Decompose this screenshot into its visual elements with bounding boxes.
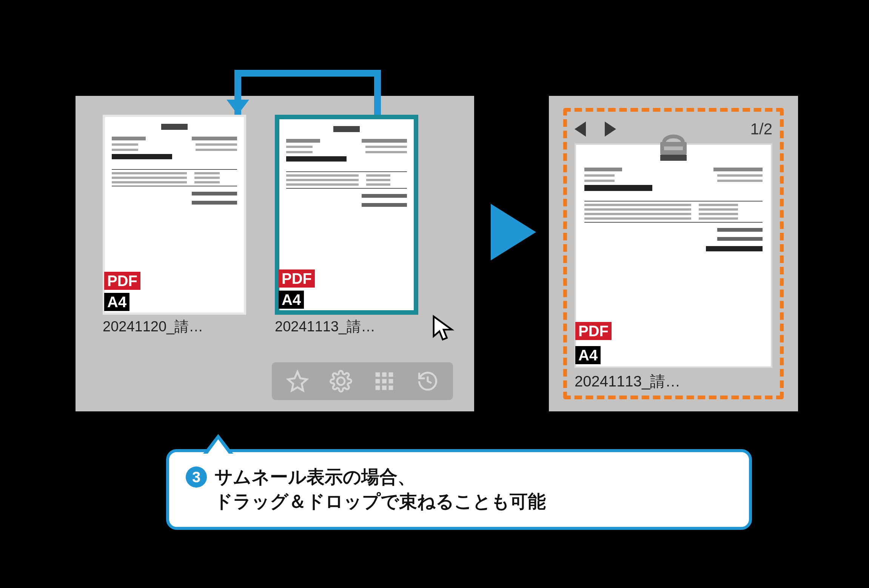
paper-size-badge: A4 [575, 346, 601, 364]
transition-arrow-icon [491, 204, 536, 260]
history-icon [416, 370, 439, 393]
binder-clip-icon [653, 131, 694, 158]
svg-rect-6 [375, 386, 380, 390]
mouse-cursor-icon [430, 315, 457, 341]
thumbnail-item[interactable]: PDF A4 20241113_請… [275, 115, 418, 336]
step-number-badge: 3 [186, 466, 207, 488]
svg-rect-0 [375, 373, 380, 377]
svg-rect-1 [382, 373, 387, 377]
pdf-badge: PDF [104, 272, 140, 290]
svg-rect-2 [388, 373, 393, 377]
paper-size-badge: A4 [279, 291, 304, 309]
stacked-document-thumbnail[interactable]: PDF A4 [575, 143, 772, 368]
document-preview [286, 126, 407, 272]
stacked-filename: 20241113_請… [575, 371, 772, 392]
next-page-button[interactable] [605, 122, 616, 137]
svg-rect-4 [382, 379, 387, 383]
pdf-badge: PDF [575, 322, 612, 340]
grid-view-button[interactable] [369, 366, 399, 396]
svg-rect-7 [382, 386, 387, 390]
thumbnail-filename: 20241120_請… [103, 317, 203, 336]
callout-line2: ドラッグ＆ドロップで束ねることも可能 [214, 491, 546, 511]
thumbnail-panel: PDF A4 20241120_請… [75, 96, 474, 411]
thumbnail-toolbar [272, 362, 453, 400]
svg-rect-3 [375, 379, 380, 383]
settings-button[interactable] [326, 366, 356, 396]
prev-page-button[interactable] [575, 122, 586, 137]
star-icon [286, 370, 309, 393]
history-button[interactable] [413, 366, 443, 396]
stacked-result-panel: 1/2 [549, 96, 798, 411]
instruction-callout: 3 サムネール表示の場合、 ドラッグ＆ドロップで束ねることも可能 [166, 449, 752, 530]
svg-rect-8 [388, 386, 393, 390]
callout-line1: サムネール表示の場合、 [214, 467, 416, 487]
svg-rect-5 [388, 379, 393, 383]
gear-icon [330, 370, 352, 393]
document-thumbnail[interactable]: PDF A4 [103, 115, 246, 315]
callout-text: サムネール表示の場合、 ドラッグ＆ドロップで束ねることも可能 [214, 465, 546, 514]
pdf-badge: PDF [279, 269, 315, 288]
favorite-button[interactable] [282, 366, 313, 396]
page-counter: 1/2 [750, 120, 772, 138]
page-nav [575, 122, 616, 137]
thumbnail-filename: 20241113_請… [275, 317, 375, 336]
document-preview [112, 124, 237, 275]
grid-icon [374, 371, 395, 392]
document-preview [584, 155, 763, 325]
paper-size-badge: A4 [104, 293, 129, 311]
document-thumbnail[interactable]: PDF A4 [275, 115, 418, 315]
stage: PDF A4 20241120_請… [0, 0, 869, 588]
drop-target-frame: 1/2 [563, 108, 784, 399]
callout-pointer-icon [203, 434, 233, 454]
svg-rect-10 [664, 146, 683, 150]
thumbnail-item[interactable]: PDF A4 20241120_請… [103, 115, 246, 336]
